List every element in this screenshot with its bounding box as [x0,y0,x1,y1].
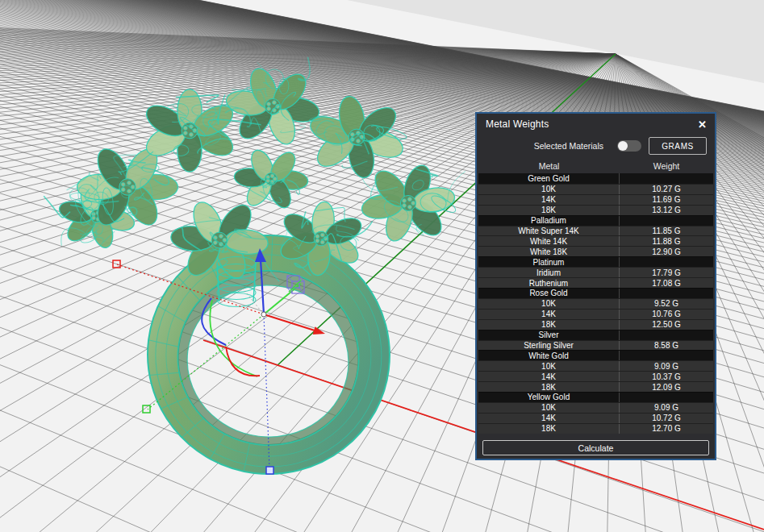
cell-metal: Sterling Silver [478,341,620,351]
table-row: 18K12.50 G [478,319,713,330]
gizmo-z-handle-square[interactable] [266,467,273,474]
cell-weight: 9.52 G [620,299,713,308]
cell-metal: 18K [478,424,620,434]
cell-metal: Green Gold [478,173,620,184]
cell-metal: 14K [478,372,620,381]
table-row: White 18K12.90 G [478,246,713,256]
group-row: Green Gold [478,173,713,184]
cell-metal: Yellow Gold [478,393,620,402]
cell-metal: White 18K [478,247,620,256]
cell-weight: 10.37 G [620,372,713,381]
table-row: 18K12.70 G [478,423,713,434]
cell-metal: 18K [478,382,620,392]
cell-weight: 17.79 G [620,268,713,277]
cell-metal: 10K [478,185,620,194]
panel-controls: Selected Materials GRAMS [477,131,715,160]
cell-weight: 8.58 G [620,341,713,350]
table-row: 14K11.69 G [478,194,713,205]
group-row: Palladium [478,215,713,226]
cell-weight: 12.09 G [620,383,713,392]
cell-metal: Iridium [478,268,620,277]
group-row: Platinum [478,256,713,267]
cell-weight: 11.88 G [620,237,713,246]
column-header-weight: Weight [620,161,713,171]
cell-weight: 12.90 G [620,247,713,256]
close-icon[interactable]: ✕ [698,119,707,130]
group-row: Rose Gold [478,288,713,298]
cell-metal: Platinum [478,257,620,267]
cell-metal: 10K [478,403,620,413]
table-row: Ruthenium17.08 G [478,277,713,288]
viewport-3d[interactable]: Metal Weights ✕ Selected Materials GRAMS… [0,0,764,532]
table-row: 10K9.52 G [478,298,713,309]
cell-weight: 11.85 G [620,227,713,235]
group-row: White Gold [478,350,713,360]
table-row: 14K10.37 G [478,371,713,381]
selected-materials-toggle[interactable] [617,140,641,152]
column-header-metal: Metal [478,161,620,171]
table-row: 10K9.09 G [478,360,713,371]
cell-metal: 14K [478,310,620,319]
cell-metal: 10K [478,361,620,371]
cell-weight: 10.72 G [620,414,713,422]
units-button[interactable]: GRAMS [649,137,707,155]
cell-metal: 18K [478,206,620,215]
group-row: Yellow Gold [478,392,713,402]
table-row: 18K13.12 G [478,205,713,215]
table-row: 18K12.09 G [478,381,713,392]
gizmo-origin[interactable] [261,312,266,317]
cell-weight: 12.70 G [620,424,713,433]
selected-materials-label: Selected Materials [534,141,603,151]
cell-weight: 11.69 G [620,195,713,204]
table-row: 10K9.09 G [478,402,713,413]
cell-metal: Ruthenium [478,278,620,288]
cell-weight: 12.50 G [620,320,713,329]
panel-header: Metal Weights ✕ [477,114,715,131]
table-column-headers: Metal Weight [477,160,715,173]
calculate-button[interactable]: Calculate [482,440,709,455]
table-row: White 14K11.88 G [478,235,713,246]
cell-metal: 14K [478,414,620,423]
cell-weight: 9.09 G [620,403,713,412]
table-row: 10K10.27 G [478,184,713,194]
table-row: White Super 14K11.85 G [478,226,713,236]
cell-weight: 10.27 G [620,185,713,193]
weights-table: Green Gold10K10.27 G14K11.69 G18K13.12 G… [478,173,713,434]
panel-title: Metal Weights [486,118,549,130]
cell-metal: White Super 14K [478,227,620,236]
cell-metal: 10K [478,299,620,309]
toggle-knob [618,141,628,151]
cell-weight: 10.76 G [620,310,713,318]
cell-weight: 13.12 G [620,206,713,214]
table-row: 14K10.72 G [478,413,713,423]
cell-metal: Palladium [478,216,620,226]
cell-metal: Silver [478,330,620,340]
table-row: Iridium17.79 G [478,267,713,277]
cell-metal: 14K [478,195,620,205]
cell-weight: 9.09 G [620,362,713,371]
cell-metal: White Gold [478,351,620,360]
cell-weight: 17.08 G [620,279,713,288]
table-row: 14K10.76 G [478,309,713,319]
group-row: Silver [478,330,713,340]
cell-metal: 18K [478,320,620,330]
cell-metal: White 14K [478,236,620,246]
metal-weights-panel: Metal Weights ✕ Selected Materials GRAMS… [475,112,716,460]
table-row: Sterling Silver8.58 G [478,340,713,351]
cell-metal: Rose Gold [478,289,620,298]
